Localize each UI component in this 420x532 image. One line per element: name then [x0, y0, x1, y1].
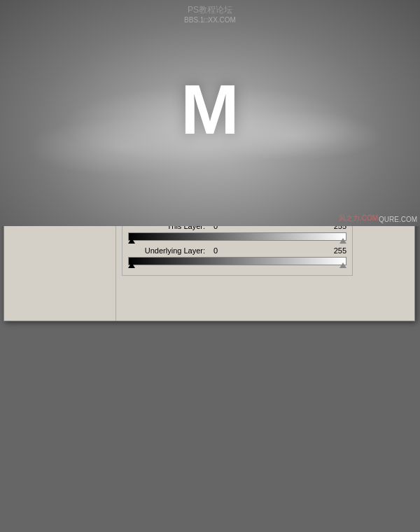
canvas-letter: M	[181, 69, 239, 149]
this-layer-slider[interactable]	[128, 232, 346, 244]
underlying-max: 255	[334, 246, 346, 255]
this-layer-gradient-bar	[128, 232, 346, 241]
canvas-area: M PS教程论坛 BBS.1□XX.COM 风之力.COM QURE.COM	[0, 0, 420, 226]
underlying-thumb-left[interactable]	[128, 262, 135, 268]
underlying-gradient-bar	[128, 257, 346, 265]
underlying-layer-slider[interactable]	[128, 257, 346, 268]
underlying-label: Underlying Layer:	[128, 246, 205, 255]
underlying-thumb-right[interactable]	[340, 262, 346, 268]
underlying-min: 0	[214, 246, 218, 255]
this-layer-thumb-right[interactable]	[340, 238, 346, 244]
this-layer-thumb-left[interactable]	[128, 238, 135, 244]
underlying-layer-row: Underlying Layer: 0 255	[128, 246, 346, 255]
